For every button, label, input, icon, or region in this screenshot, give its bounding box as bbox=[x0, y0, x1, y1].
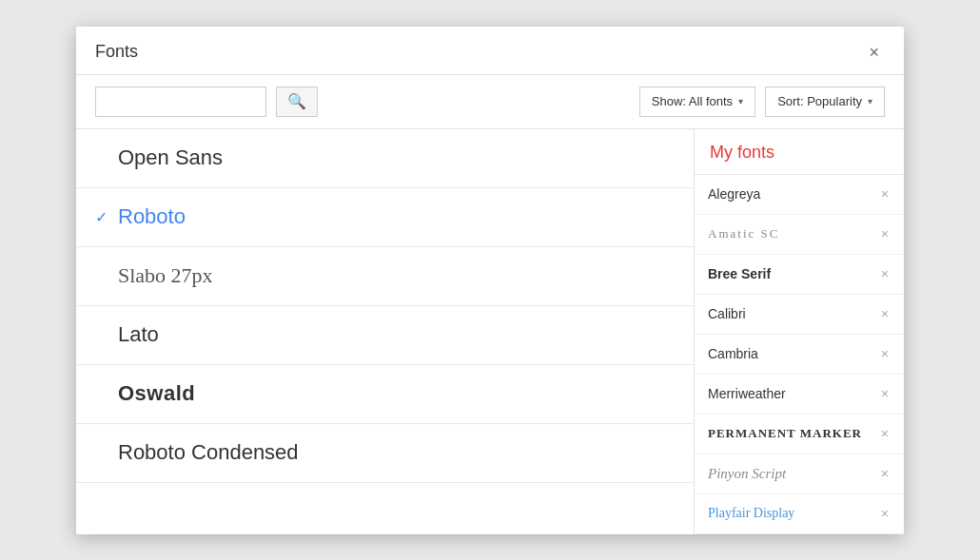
font-name: Roboto bbox=[118, 204, 186, 229]
remove-font-button[interactable]: × bbox=[879, 387, 891, 400]
font-item[interactable]: Lato bbox=[76, 306, 694, 365]
font-item[interactable]: Open Sans bbox=[76, 129, 694, 188]
my-font-name: Merriweather bbox=[708, 386, 786, 401]
font-name: Open Sans bbox=[118, 145, 223, 170]
sort-label: Sort: Popularity bbox=[777, 94, 862, 108]
my-font-name: Alegreya bbox=[708, 186, 760, 202]
show-dropdown[interactable]: Show: All fonts ▾ bbox=[639, 87, 755, 117]
my-font-name: Pinyon Script bbox=[708, 466, 786, 482]
remove-font-button[interactable]: × bbox=[879, 347, 891, 360]
font-item[interactable]: Oswald bbox=[76, 365, 694, 424]
dialog-body: Open Sans✓RobotoSlabo 27pxLatoOswaldRobo… bbox=[76, 129, 904, 534]
my-font-name: Amatic SC bbox=[708, 226, 779, 241]
sort-dropdown[interactable]: Sort: Popularity ▾ bbox=[765, 87, 885, 117]
my-font-item: Bree Serif× bbox=[695, 255, 904, 295]
my-font-item: Calibri× bbox=[695, 295, 904, 335]
search-icon: 🔍 bbox=[287, 92, 306, 110]
show-dropdown-arrow: ▾ bbox=[738, 96, 743, 106]
my-font-item: Playfair Display× bbox=[695, 494, 904, 534]
search-button[interactable]: 🔍 bbox=[276, 87, 318, 117]
font-check-icon: ✓ bbox=[95, 208, 118, 226]
show-label: Show: All fonts bbox=[652, 94, 733, 108]
font-name: Slabo 27px bbox=[118, 263, 213, 288]
font-item[interactable]: Slabo 27px bbox=[76, 247, 694, 306]
font-name: Oswald bbox=[118, 381, 195, 406]
remove-font-button[interactable]: × bbox=[879, 267, 891, 280]
my-font-name: Permanent Marker bbox=[708, 426, 862, 441]
sort-dropdown-arrow: ▾ bbox=[868, 96, 872, 106]
font-name: Lato bbox=[118, 322, 159, 347]
my-font-name: Bree Serif bbox=[708, 266, 771, 281]
remove-font-button[interactable]: × bbox=[879, 187, 891, 201]
my-font-name: Playfair Display bbox=[708, 506, 794, 521]
my-font-item: Pinyon Script× bbox=[695, 454, 904, 494]
remove-font-button[interactable]: × bbox=[879, 507, 891, 520]
font-list-panel: Open Sans✓RobotoSlabo 27pxLatoOswaldRobo… bbox=[76, 129, 695, 534]
remove-font-button[interactable]: × bbox=[879, 307, 891, 320]
my-font-item: Merriweather× bbox=[695, 375, 904, 415]
my-fonts-panel: My fonts Alegreya×Amatic SC×Bree Serif×C… bbox=[695, 129, 904, 534]
dialog-header: Fonts × bbox=[76, 27, 904, 75]
font-item[interactable]: Roboto Condensed bbox=[76, 424, 694, 483]
my-fonts-title: My fonts bbox=[695, 129, 904, 175]
my-font-name: Calibri bbox=[708, 306, 746, 321]
toolbar: 🔍 Show: All fonts ▾ Sort: Popularity ▾ bbox=[76, 75, 904, 129]
close-button[interactable]: × bbox=[863, 42, 885, 63]
remove-font-button[interactable]: × bbox=[879, 427, 891, 440]
my-font-name: Cambria bbox=[708, 346, 758, 361]
remove-font-button[interactable]: × bbox=[879, 227, 891, 241]
my-font-item: Amatic SC× bbox=[695, 215, 904, 255]
my-font-item: Cambria× bbox=[695, 335, 904, 375]
dialog-title: Fonts bbox=[95, 42, 138, 62]
fonts-dialog: Fonts × 🔍 Show: All fonts ▾ Sort: Popula… bbox=[76, 27, 904, 534]
my-font-item: Alegreya× bbox=[695, 175, 904, 215]
font-item[interactable]: ✓Roboto bbox=[76, 188, 694, 247]
font-name: Roboto Condensed bbox=[118, 440, 299, 465]
my-font-item: Permanent Marker× bbox=[695, 415, 904, 454]
search-input[interactable] bbox=[95, 87, 266, 117]
remove-font-button[interactable]: × bbox=[879, 467, 891, 480]
